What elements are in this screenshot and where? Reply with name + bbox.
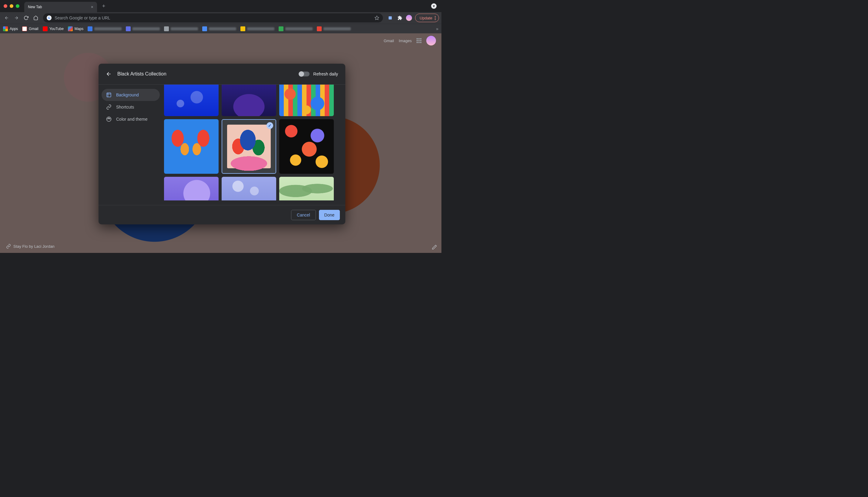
background-gallery[interactable]: ✓ [163,85,345,205]
bookmark-blurred[interactable] [241,26,274,31]
bookmarks-bar: Apps Gmail YouTube Maps » [0,24,442,33]
arrow-left-icon [4,15,9,20]
dialog-sidenav: Background Shortcuts Color and theme [99,85,163,205]
background-thumbnail[interactable] [164,85,219,116]
arrow-left-icon [106,71,112,77]
background-thumbnail[interactable] [279,85,334,116]
refresh-daily-label: Refresh daily [313,72,338,76]
blurred-label [94,27,121,30]
bookmark-blurred[interactable] [164,26,198,31]
button-label: Done [324,213,334,217]
folder-icon [126,26,131,31]
background-icon [106,92,112,98]
bookmark-blurred[interactable] [202,26,236,31]
bookmark-apps[interactable]: Apps [3,26,18,31]
background-thumbnail[interactable] [279,119,334,174]
background-thumbnail[interactable] [279,177,334,200]
window-minimize-button[interactable] [10,4,13,8]
ntp-gmail-link[interactable]: Gmail [384,39,394,43]
folder-icon [164,26,169,31]
background-thumbnail-selected[interactable]: ✓ [222,119,276,174]
ntp-header-links: Gmail Images [384,36,436,45]
background-thumbnail[interactable] [164,177,219,200]
bookmark-label: Gmail [29,27,38,31]
nav-shortcuts[interactable]: Shortcuts [102,101,160,113]
kebab-icon [435,16,436,20]
palette-icon [106,116,112,122]
new-tab-button[interactable]: + [99,2,108,10]
nav-label: Background [116,93,139,97]
background-attribution[interactable]: Stay Flo by Laci Jordan [6,244,55,248]
bookmark-blurred[interactable] [279,26,313,31]
svg-rect-2 [107,93,111,97]
done-button[interactable]: Done [319,210,340,220]
tab-close-icon[interactable]: × [91,4,93,10]
dialog-footer: Cancel Done [99,205,345,224]
reload-button[interactable] [22,14,30,22]
blurred-label [247,27,274,30]
customize-button[interactable] [432,244,437,250]
dialog-header: Black Artists Collection Refresh daily [99,64,345,84]
nav-background[interactable]: Background [102,89,160,101]
bookmark-maps[interactable]: Maps [68,26,83,31]
account-menu-icon[interactable]: ▾ [431,3,437,9]
omnibox[interactable]: G Search Google or type a URL [43,13,383,23]
refresh-daily-toggle[interactable] [299,72,309,76]
button-label: Cancel [297,213,310,217]
extension-button[interactable] [386,14,394,22]
check-icon: ✓ [266,122,273,129]
ntp-avatar[interactable] [426,36,436,45]
nav-label: Color and theme [116,117,148,122]
bookmarks-overflow-icon[interactable]: » [436,26,438,31]
bookmark-star-icon[interactable] [374,15,379,20]
dialog-title: Black Artists Collection [117,71,167,77]
customize-dialog: Black Artists Collection Refresh daily B… [99,64,345,224]
dialog-back-button[interactable] [106,71,112,77]
bookmark-blurred[interactable] [126,26,160,31]
bookmark-label: Maps [75,27,83,31]
window-close-button[interactable] [4,4,7,8]
attribution-text: Stay Flo by Laci Jordan [13,244,55,248]
window-titlebar: New Tab × + ▾ [0,0,442,12]
nav-color-theme[interactable]: Color and theme [102,113,160,125]
puzzle-icon [397,15,402,20]
reload-icon [24,15,29,20]
window-controls [4,4,19,8]
blurred-label [323,27,351,30]
home-button[interactable] [31,14,40,22]
profile-avatar[interactable] [405,14,413,22]
google-icon: G [47,15,52,20]
svg-rect-1 [389,16,392,20]
bookmark-label: YouTube [49,27,64,31]
extension-icon [388,15,393,20]
back-button[interactable] [2,14,11,22]
background-thumbnail[interactable] [222,85,276,116]
google-apps-icon[interactable] [417,38,421,43]
cancel-button[interactable]: Cancel [291,210,316,220]
folder-icon [241,26,245,31]
browser-tab[interactable]: New Tab × [24,2,97,12]
bookmark-blurred[interactable] [317,26,351,31]
ntp-images-link[interactable]: Images [399,39,412,43]
blurred-label [285,27,313,30]
plus-icon: + [102,3,105,10]
link-icon [6,244,11,248]
apps-icon [3,26,8,31]
folder-icon [202,26,207,31]
bookmark-youtube[interactable]: YouTube [43,26,64,31]
folder-icon [279,26,284,31]
bookmark-gmail[interactable]: Gmail [22,26,38,31]
extensions-menu-button[interactable] [396,14,404,22]
folder-icon [317,26,322,31]
bookmark-blurred[interactable] [88,26,121,31]
blurred-label [132,27,160,30]
background-thumbnail[interactable] [164,119,219,174]
update-button[interactable]: Update [415,14,439,22]
window-maximize-button[interactable] [16,4,19,8]
youtube-icon [43,26,48,31]
background-thumbnail[interactable] [222,177,276,200]
update-label: Update [420,16,432,20]
forward-button[interactable] [12,14,20,22]
nav-label: Shortcuts [116,104,134,110]
svg-point-4 [107,118,108,119]
